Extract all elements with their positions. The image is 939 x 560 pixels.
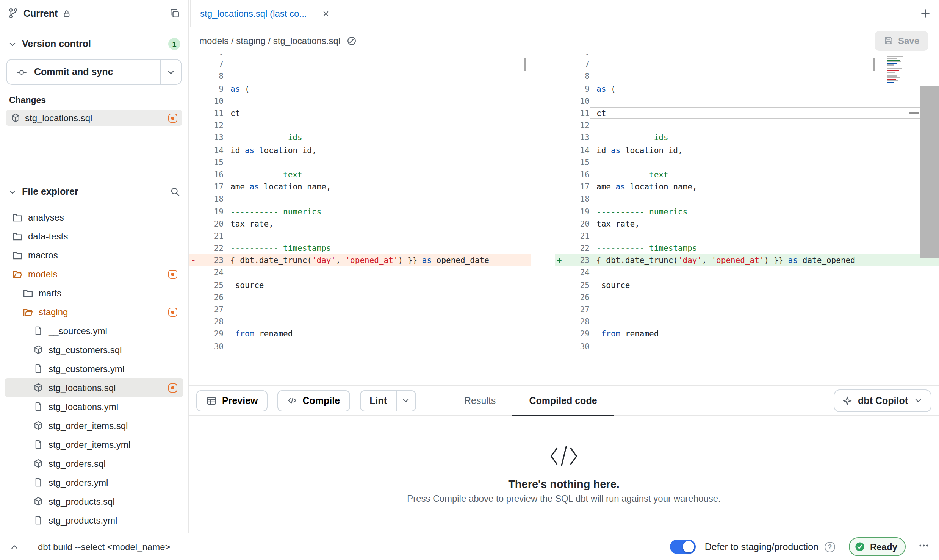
tree-item-stg_customers.yml[interactable]: stg_customers.yml [5, 359, 183, 378]
editor-scrollbar[interactable] [920, 86, 939, 258]
code-line-21[interactable]: 21 [189, 230, 531, 242]
chevron-up-icon[interactable] [9, 541, 20, 552]
tree-item-stg_orders.yml[interactable]: stg_orders.yml [5, 473, 183, 492]
line-number: 17 [198, 182, 224, 191]
lint-button[interactable]: Lint [360, 390, 396, 411]
code-line-30[interactable]: 30 [189, 340, 531, 352]
code-line-28[interactable]: 28 [555, 315, 939, 327]
code-line-15[interactable]: 15 [189, 156, 531, 168]
tree-item-stg_products.yml[interactable]: stg_products.yml [5, 511, 183, 530]
code-line-12[interactable]: 12 [189, 119, 531, 131]
code-line-12[interactable]: 12 [555, 119, 939, 131]
code-line-23[interactable]: +23{ dbt.date_trunc('day', 'opened_at') … [555, 254, 939, 266]
save-button[interactable]: Save [875, 31, 928, 50]
tree-item-stg_order_items.sql[interactable]: stg_order_items.sql [5, 416, 183, 435]
preview-button[interactable]: Preview [196, 390, 268, 411]
code-line-22[interactable]: 22---------- timestamps [555, 242, 939, 254]
defer-toggle[interactable] [670, 540, 696, 554]
editor-tab[interactable]: stg_locations.sql (last co... [190, 0, 340, 27]
lint-options-button[interactable] [396, 390, 416, 411]
code-line-20[interactable]: 20tax_rate, [189, 217, 531, 229]
code-line-18[interactable]: 18 [555, 193, 939, 205]
tree-item-data-tests[interactable]: data-tests [5, 227, 183, 246]
scrollbar-thumb[interactable] [523, 58, 526, 71]
code-line-6[interactable]: 6 [555, 54, 939, 58]
code-line-18[interactable]: 18 [189, 193, 531, 205]
minimap-slider[interactable] [909, 112, 919, 114]
commit-and-sync-main[interactable]: Commit and sync [7, 60, 160, 84]
code-line-6[interactable]: 6 [189, 54, 531, 58]
code-line-16[interactable]: 16---------- text [555, 168, 939, 180]
code-line-19[interactable]: 19---------- numerics [555, 205, 939, 217]
help-icon[interactable]: ? [825, 541, 835, 552]
more-options-button[interactable] [918, 539, 930, 554]
code-line-8[interactable]: 8 [189, 70, 531, 82]
code-line-29[interactable]: 29 from renamed [189, 328, 531, 340]
file-explorer-header[interactable]: File explorer [0, 180, 188, 203]
defer-label: Defer to staging/production [705, 541, 818, 552]
tree-item-stg_locations.yml[interactable]: stg_locations.yml [5, 397, 183, 416]
code-line-16[interactable]: 16---------- text [189, 168, 531, 180]
version-control-header[interactable]: Version control 1 [6, 33, 182, 55]
code-line-11[interactable]: 11ct [189, 107, 531, 119]
command-input[interactable]: dbt build --select <model_name> [38, 541, 171, 552]
tree-item-stg_order_items.yml[interactable]: stg_order_items.yml [5, 435, 183, 454]
code-line-22[interactable]: 22---------- timestamps [189, 242, 531, 254]
code-line-9[interactable]: 9as ( [555, 82, 939, 94]
code-line-28[interactable]: 28 [189, 315, 531, 327]
code-line-24[interactable]: 24 [555, 266, 939, 278]
code-line-24[interactable]: 24 [189, 266, 531, 278]
code-line-21[interactable]: 21 [555, 230, 939, 242]
tree-item-stg_customers.sql[interactable]: stg_customers.sql [5, 340, 183, 359]
code-line-7[interactable]: 7 [555, 58, 939, 70]
dbt-copilot-button[interactable]: dbt Copilot [834, 389, 931, 412]
code-line-7[interactable]: 7 [189, 58, 531, 70]
code-line-27[interactable]: 27 [189, 303, 531, 315]
code-line-23[interactable]: -23{ dbt.date_trunc('day', 'opened_at') … [189, 254, 531, 266]
tree-item-__sources.yml[interactable]: __sources.yml [5, 321, 183, 340]
tree-item-staging[interactable]: staging [5, 302, 183, 321]
code-line-25[interactable]: 25 source [555, 278, 939, 291]
code-line-14[interactable]: 14id as location_id, [189, 144, 531, 156]
code-line-14[interactable]: 14id as location_id, [555, 144, 939, 156]
tab-compiled-code[interactable]: Compiled code [512, 386, 613, 415]
tree-item-stg_products.sql[interactable]: stg_products.sql [5, 492, 183, 511]
tree-item-stg_orders.sql[interactable]: stg_orders.sql [5, 454, 183, 473]
search-icon[interactable] [170, 186, 180, 197]
code-line-8[interactable]: 8 [555, 70, 939, 82]
tree-item-marts[interactable]: marts [5, 283, 183, 302]
code-line-20[interactable]: 20tax_rate, [555, 217, 939, 229]
scrollbar-thumb[interactable] [873, 58, 875, 71]
code-line-26[interactable]: 26 [555, 291, 939, 303]
tree-item-macros[interactable]: macros [5, 246, 183, 264]
code-line-17[interactable]: 17ame as location_name, [555, 180, 939, 192]
code-line-15[interactable]: 15 [555, 156, 939, 168]
copy-icon[interactable] [169, 8, 180, 19]
compile-button[interactable]: Compile [278, 390, 350, 411]
close-icon[interactable] [321, 9, 330, 18]
code-line-10[interactable]: 10 [555, 95, 939, 107]
ready-status-badge[interactable]: Ready [849, 537, 906, 556]
code-line-29[interactable]: 29 from renamed [555, 328, 939, 340]
changed-file-stg_locations.sql[interactable]: stg_locations.sql [6, 110, 182, 126]
commit-options-button[interactable] [160, 60, 181, 84]
tree-item-analyses[interactable]: analyses [5, 208, 183, 227]
tree-item-models[interactable]: models [5, 264, 183, 283]
code-line-13[interactable]: 13---------- ids [189, 131, 531, 144]
code-line-10[interactable]: 10 [189, 95, 531, 107]
code-line-25[interactable]: 25 source [189, 278, 531, 291]
code-line-9[interactable]: 9as ( [189, 82, 531, 94]
code-line-13[interactable]: 13---------- ids [555, 131, 939, 144]
new-tab-button[interactable] [912, 0, 939, 27]
slash-circle-icon[interactable] [346, 35, 357, 46]
code-line-17[interactable]: 17ame as location_name, [189, 180, 531, 192]
tab-results[interactable]: Results [448, 386, 512, 415]
code-line-26[interactable]: 26 [189, 291, 531, 303]
branch-selector[interactable]: Current [0, 0, 188, 27]
tree-item-stg_locations.sql[interactable]: stg_locations.sql [5, 378, 183, 397]
minimap[interactable] [885, 55, 908, 84]
code-line-27[interactable]: 27 [555, 303, 939, 315]
code-line-11[interactable]: 11ct [555, 107, 939, 119]
code-line-30[interactable]: 30 [555, 340, 939, 352]
code-line-19[interactable]: 19---------- numerics [189, 205, 531, 217]
